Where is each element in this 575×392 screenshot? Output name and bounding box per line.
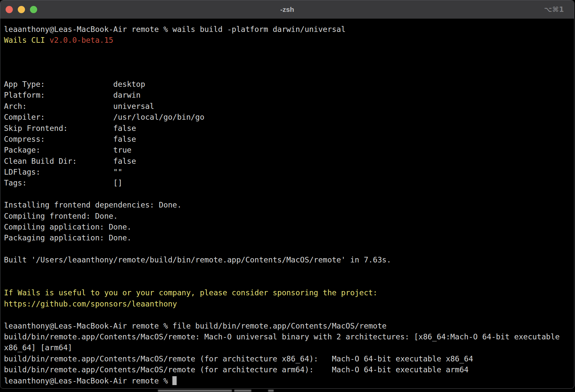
close-button[interactable] — [6, 6, 13, 13]
terminal-text: Arch: universal — [4, 102, 154, 110]
terminal-text: build/bin/remote.app/Contents/MacOS/remo… — [4, 365, 468, 374]
terminal-line — [4, 309, 574, 320]
terminal-text: If Wails is useful to you or your compan… — [4, 288, 377, 297]
background-window-sliver — [0, 389, 575, 392]
terminal-line: Tags: [] — [4, 178, 574, 188]
terminal-text: build/bin/remote.app/Contents/MacOS/remo… — [4, 332, 560, 341]
terminal-line: Installing frontend dependencies: Done. — [4, 200, 574, 210]
terminal-line: LDFlags: "" — [4, 167, 574, 178]
terminal-text: App Type: desktop — [4, 80, 145, 88]
terminal-text: x86_64] [arm64] — [4, 343, 72, 352]
terminal-line: If Wails is useful to you or your compan… — [4, 287, 574, 298]
terminal-line: leaanthony@Leas-MacBook-Air remote % wai… — [4, 24, 574, 35]
terminal-line — [4, 277, 574, 287]
terminal-line: Compiling frontend: Done. — [4, 211, 574, 222]
terminal-text: Tags: [] — [4, 179, 122, 187]
terminal-window: -zsh ⌥⌘1 leaanthony@Leas-MacBook-Air rem… — [0, 0, 574, 389]
terminal-text: Wails CLI — [4, 36, 49, 44]
terminal-text: Built '/Users/leaanthony/remote/build/bi… — [4, 256, 391, 264]
terminal-line: https://github.com/sponsors/leaanthony — [4, 299, 574, 309]
terminal-text: leaanthony@Leas-MacBook-Air remote % fil… — [4, 322, 387, 330]
terminal-text: Package: true — [4, 146, 132, 154]
terminal-text: Compiler: /usr/local/go/bin/go — [4, 113, 204, 121]
tab-shortcut-hint: ⌥⌘1 — [544, 6, 564, 13]
terminal-line: Skip Frontend: false — [4, 123, 574, 134]
window-title: -zsh — [0, 6, 574, 13]
terminal-line — [4, 189, 574, 200]
terminal-line: build/bin/remote.app/Contents/MacOS/remo… — [4, 354, 574, 364]
text-cursor — [172, 376, 177, 385]
terminal-text: Skip Frontend: false — [4, 124, 136, 133]
terminal-line: App Type: desktop — [4, 79, 574, 90]
terminal-line: build/bin/remote.app/Contents/MacOS/remo… — [4, 331, 574, 342]
traffic-lights — [0, 6, 37, 13]
terminal-text: Compiling application: Done. — [4, 223, 132, 231]
terminal-text: https://github.com/sponsors/leaanthony — [4, 300, 177, 308]
terminal-line: Wails CLI v2.0.0-beta.15 — [4, 35, 574, 46]
terminal-line: leaanthony@Leas-MacBook-Air remote % fil… — [4, 321, 574, 331]
terminal-line: leaanthony@Leas-MacBook-Air remote % — [4, 376, 574, 386]
terminal-text: build/bin/remote.app/Contents/MacOS/remo… — [4, 355, 473, 363]
terminal-line: Compiling application: Done. — [4, 222, 574, 233]
terminal-line — [4, 244, 574, 255]
terminal-line — [4, 68, 574, 79]
terminal-text: Installing frontend dependencies: Done. — [4, 201, 182, 209]
title-bar[interactable]: -zsh ⌥⌘1 — [0, 0, 574, 19]
terminal-line: Compress: false — [4, 134, 574, 145]
terminal-text: leaanthony@Leas-MacBook-Air remote % wai… — [4, 25, 346, 34]
terminal-line — [4, 266, 574, 277]
terminal-line: Compiler: /usr/local/go/bin/go — [4, 112, 574, 123]
terminal-text: Compress: false — [4, 135, 136, 143]
terminal-line: Packaging application: Done. — [4, 233, 574, 243]
terminal-line: build/bin/remote.app/Contents/MacOS/remo… — [4, 364, 574, 375]
terminal-line: Clean Build Dir: false — [4, 156, 574, 167]
terminal-text: Compiling frontend: Done. — [4, 212, 118, 220]
background-window-fragment — [158, 390, 232, 392]
terminal-line: Platform: darwin — [4, 90, 574, 101]
terminal-text: leaanthony@Leas-MacBook-Air remote % — [4, 377, 172, 385]
terminal-line: Built '/Users/leaanthony/remote/build/bi… — [4, 255, 574, 265]
terminal-line — [4, 57, 574, 68]
terminal-text: Platform: darwin — [4, 91, 140, 99]
terminal-line — [4, 46, 574, 57]
terminal-line: Package: true — [4, 145, 574, 156]
terminal-line: x86_64] [arm64] — [4, 342, 574, 353]
background-window-fragment — [234, 390, 251, 392]
terminal-text: Packaging application: Done. — [4, 233, 132, 242]
background-window-fragment — [268, 390, 274, 392]
minimize-button[interactable] — [18, 6, 25, 13]
terminal-text: LDFlags: "" — [4, 168, 122, 176]
terminal-line: Arch: universal — [4, 101, 574, 112]
terminal-text: Clean Build Dir: false — [4, 157, 136, 165]
zoom-button[interactable] — [30, 6, 37, 13]
terminal-output[interactable]: leaanthony@Leas-MacBook-Air remote % wai… — [0, 19, 574, 386]
terminal-text: v2.0.0-beta.15 — [49, 36, 113, 44]
